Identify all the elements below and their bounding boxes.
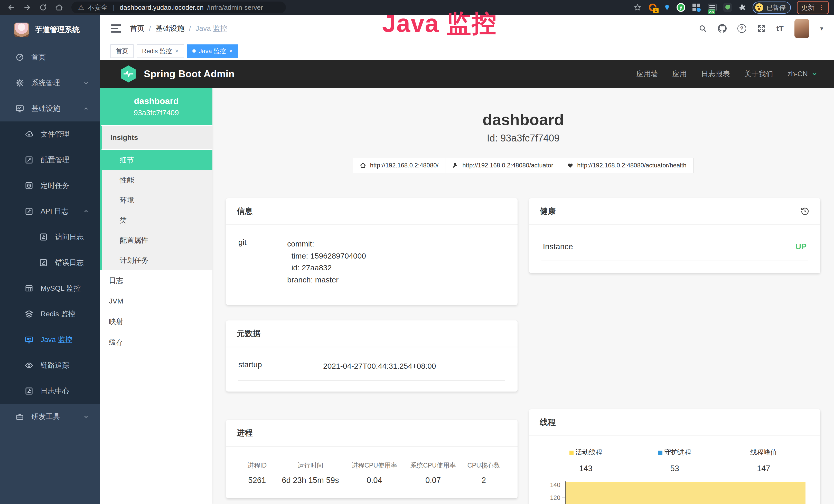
gauge-icon (16, 53, 24, 62)
sidebar-item-api-logs[interactable]: API 日志 (0, 199, 100, 224)
breadcrumb-infrastructure[interactable]: 基础设施 (156, 24, 184, 33)
close-icon[interactable]: × (175, 47, 178, 55)
sidebar-item-redis-monitor[interactable]: Redis 监控 (0, 301, 100, 327)
help-icon[interactable]: ? (738, 24, 746, 33)
user-avatar[interactable] (794, 19, 809, 38)
sidebar-item-dev-tools[interactable]: 研发工具 (0, 404, 100, 430)
process-card-body: 进程ID 运行时间 进程CPU使用率 系统CPU使用率 CPU核心数 (226, 447, 518, 498)
actuator-url-button[interactable]: http://192.168.0.2:48080/actuator (445, 158, 560, 173)
sba-locale-select[interactable]: zh-CN (788, 70, 818, 78)
brand-row[interactable]: 芋道管理系统 (0, 15, 100, 44)
breadcrumb-current: Java 监控 (196, 24, 227, 33)
monitor-icon (16, 104, 24, 113)
sidebar-item-java-monitor[interactable]: Java 监控 (0, 327, 100, 352)
wrench-icon (452, 162, 459, 169)
sba-nav-wallboard[interactable]: 应用墙 (636, 69, 658, 79)
breadcrumb-home[interactable]: 首页 (130, 24, 144, 33)
schedule-icon (25, 181, 34, 190)
insight-item-config-props[interactable]: 配置属性 (100, 230, 213, 250)
hamburger-icon[interactable] (111, 24, 121, 32)
live-threads-area (566, 482, 806, 504)
browser-toolbar-right: 1 y on 已暂停 更新 ⋮ (633, 1, 829, 14)
tag-home[interactable]: 首页 (110, 44, 134, 58)
ytick-140: 140 (550, 481, 560, 488)
sidebar-item-mysql-monitor[interactable]: MySQL 监控 (0, 275, 100, 301)
sba-nav-journal[interactable]: 日志报表 (701, 69, 730, 79)
heart-icon (567, 162, 574, 169)
metadata-card-body: startup 2021-04-27T00:44:31.254+08:00 (226, 347, 518, 392)
profile-paused-chip[interactable]: 已暂停 (752, 2, 791, 14)
sidebar-item-error-logs[interactable]: 错误日志 (0, 250, 100, 275)
process-values-row: 5261 6d 23h 15m 59s 0.04 0.07 2 (238, 475, 505, 487)
sba-nav-about[interactable]: 关于我们 (744, 69, 773, 79)
insight-item-environment[interactable]: 环境 (100, 190, 213, 210)
fullscreen-icon[interactable] (757, 24, 766, 33)
browser-update-button[interactable]: 更新 ⋮ (797, 1, 829, 14)
chevron-up-icon (83, 208, 89, 215)
sidebar-item-system-mgmt[interactable]: 系统管理 (0, 70, 100, 96)
nav-item-logs[interactable]: 日志 (100, 270, 213, 291)
bookmark-star-icon[interactable] (633, 3, 642, 12)
health-url-button[interactable]: http://192.168.0.2:48080/actuator/health (560, 158, 694, 173)
nav-item-caches[interactable]: 缓存 (100, 332, 213, 352)
browser-forward-icon[interactable] (23, 3, 31, 12)
insight-item-details[interactable]: 细节 (100, 150, 213, 170)
history-icon[interactable] (800, 207, 810, 216)
extension-green-icon[interactable]: y (677, 3, 685, 12)
home-icon (359, 162, 366, 169)
instance-header[interactable]: dashboard 93a3fc7f7409 (100, 88, 213, 125)
threads-card-title: 线程 (529, 409, 821, 436)
browser-reload-icon[interactable] (39, 3, 47, 12)
sba-nav-applications[interactable]: 应用 (673, 69, 687, 79)
peak-threads-value: 147 (719, 464, 808, 473)
extension-pin-icon[interactable] (664, 3, 671, 12)
sba-content: dashboard 93a3fc7f7409 Insights 细节 性能 环境… (100, 88, 834, 504)
sidebar-item-tracing[interactable]: 链路追踪 (0, 352, 100, 378)
extension-orange-icon[interactable]: 1 (648, 3, 658, 12)
process-uptime: 6d 23h 15m 59s (276, 475, 345, 487)
close-icon[interactable]: × (229, 47, 233, 55)
info-key: git (238, 238, 287, 286)
search-icon[interactable] (698, 24, 707, 33)
github-icon[interactable] (718, 24, 727, 33)
process-table: 进程ID 运行时间 进程CPU使用率 系统CPU使用率 CPU核心数 (238, 460, 505, 487)
process-col-process-cpu: 进程CPU使用率 (345, 460, 403, 475)
nav-item-jvm[interactable]: JVM (100, 291, 213, 312)
legend-yellow-swatch (569, 451, 574, 455)
nav-item-mappings[interactable]: 映射 (100, 312, 213, 332)
tag-java-monitor[interactable]: Java 监控 × (187, 44, 238, 58)
sidebar-item-scheduled-tasks[interactable]: 定时任务 (0, 173, 100, 199)
insight-item-metrics[interactable]: 性能 (100, 170, 213, 190)
text-size-icon[interactable]: tT (776, 24, 784, 33)
browser-home-icon[interactable] (55, 3, 63, 12)
java-monitor-icon (25, 335, 34, 344)
browser-back-icon[interactable] (7, 3, 16, 12)
sidebar-item-config-mgmt[interactable]: 配置管理 (0, 147, 100, 173)
address-bar[interactable]: ⚠ 不安全 | dashboard.yudao.iocoder.cn/infra… (71, 2, 286, 13)
legend-live-threads: 活动线程 (542, 448, 630, 457)
legend-blue-swatch (658, 451, 662, 455)
paused-label: 已暂停 (766, 3, 786, 12)
insight-item-classes[interactable]: 类 (100, 210, 213, 230)
extension-list-icon[interactable]: on (707, 3, 717, 12)
user-menu-caret-icon[interactable]: ▾ (820, 25, 823, 32)
tags-view-bar: 首页 Redis 监控 × Java 监控 × (100, 42, 834, 60)
service-url-button[interactable]: http://192.168.0.2:48080/ (353, 158, 445, 173)
sidebar-item-infrastructure[interactable]: 基础设施 (0, 96, 100, 121)
tag-redis-monitor[interactable]: Redis 监控 × (137, 44, 184, 58)
cards-grid: 信息 git commit: time: 1596289704000 id: 2… (213, 198, 834, 504)
browser-menu-kebab-icon[interactable]: ⋮ (818, 5, 825, 9)
insight-item-scheduled-tasks[interactable]: 计划任务 (100, 250, 213, 270)
health-instance-row[interactable]: Instance UP (542, 240, 808, 261)
extension-grid-icon[interactable] (692, 3, 701, 12)
ytick-120: 120 (550, 494, 560, 501)
threads-chart: 140 120 100 (542, 481, 808, 504)
extension-leaf-icon[interactable] (723, 3, 732, 12)
sidebar-item-home[interactable]: 首页 (0, 44, 100, 70)
sidebar-item-file-mgmt[interactable]: 文件管理 (0, 121, 100, 147)
sidebar-item-log-center[interactable]: 日志中心 (0, 378, 100, 404)
sba-hexagon-logo-icon (120, 65, 137, 83)
extensions-puzzle-icon[interactable] (738, 3, 746, 12)
sidebar-item-access-logs[interactable]: 访问日志 (0, 224, 100, 250)
threads-legend: 活动线程 守护进程 线程峰值 (542, 448, 808, 457)
